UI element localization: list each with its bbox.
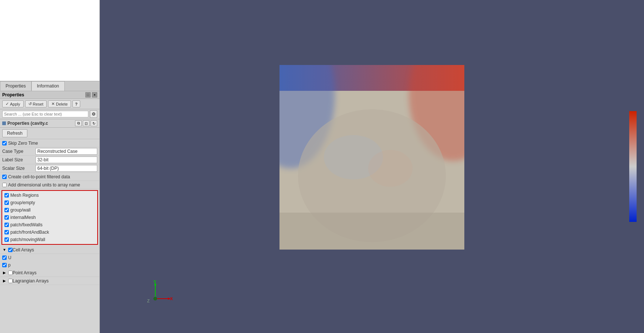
label-size-label: Label Size [2,157,35,162]
add-dimensional-label: Add dimensional units to array name [8,182,80,188]
mesh-regions-label: Mesh Regions [10,193,39,198]
lagrangian-arrays-section-header: ▶ Lagrangian Arrays [0,277,99,285]
skip-zero-time-row: Skip Zero Time [0,139,99,147]
mesh-item-patch-moving-wall: patch/movingWall [2,236,97,243]
axis-indicator: Y X Z [144,280,174,311]
svg-text:Z: Z [147,299,150,303]
mesh-item-group-wall: group/wall [2,206,97,214]
cell-array-p-label: p [8,262,11,268]
scalar-size-label: Scalar Size [2,166,35,171]
paste-icon[interactable]: ⊡ [83,120,89,126]
close-icon[interactable]: × [92,92,97,97]
title-action-icons: ⧉ ⊡ ↻ [75,120,97,126]
point-arrays-toggle[interactable]: ▶ [2,271,7,275]
scalar-size-row: Scalar Size 64-bit (DP) [0,164,99,173]
case-type-value: Reconstructed Case [35,148,97,155]
label-size-row: Label Size 32-bit [0,156,99,164]
mesh-regions-checkbox[interactable] [4,193,9,198]
sidebar: Properties Information Properties □ × ✓ … [0,0,100,333]
cell-to-point-row: Create cell-to-point filtered data [0,173,99,181]
cell-arrays-section-header: ▼ Cell Arrays [0,246,99,254]
color-bar [629,111,637,222]
reset-button[interactable]: ↺ Reset [25,100,47,107]
patch-front-back-label: patch/frontAndBack [10,230,49,235]
cell-arrays-checkbox[interactable] [8,248,13,252]
lagrangian-arrays-label: Lagrangian Arrays [13,278,48,284]
action-buttons-row: ✓ Apply ↺ Reset ✕ Delete ? [0,99,99,109]
internal-mesh-label: internalMesh [10,215,36,220]
properties-title-row: Properties (cavity.c ⧉ ⊡ ↻ [0,119,99,128]
search-row: ⚙ [0,109,99,119]
axis-svg: Y X Z [144,280,174,310]
pipeline-browser [0,0,99,81]
properties-title-label: Properties (cavity.c [7,121,74,126]
group-empty-checkbox[interactable] [4,200,9,205]
refresh-button[interactable]: Refresh [2,129,27,137]
add-dimensional-row: Add dimensional units to array name [0,181,99,189]
cell-array-u: U [0,254,99,261]
main-viewport-area: Y X Z [100,0,644,333]
lagrangian-arrays-checkbox[interactable] [8,279,13,283]
copy-icon[interactable]: ⧉ [75,120,82,126]
patch-front-back-checkbox[interactable] [4,230,9,234]
patch-moving-wall-checkbox[interactable] [4,237,9,242]
properties-content: Refresh Skip Zero Time Case Type Reconst… [0,128,99,333]
3d-viewport[interactable] [122,11,622,303]
case-type-row: Case Type Reconstructed Case [0,147,99,156]
mesh-item-internal-mesh: internalMesh [2,214,97,221]
patch-fixed-walls-label: patch/fixedWalls [10,222,43,227]
point-arrays-section-header: ▶ Point Arrays [0,269,99,277]
patch-moving-wall-label: patch/movingWall [10,237,45,242]
tab-information[interactable]: Information [31,81,65,91]
cell-arrays-toggle[interactable]: ▼ [2,248,7,252]
cell-array-p-checkbox[interactable] [2,263,7,267]
svg-text:Y: Y [153,280,156,284]
search-settings-button[interactable]: ⚙ [90,110,97,118]
patch-fixed-walls-checkbox[interactable] [4,223,9,227]
maximize-icon[interactable]: □ [85,92,91,97]
svg-point-13 [153,297,157,301]
delete-icon: ✕ [51,102,55,106]
cell-to-point-label: Create cell-to-point filtered data [8,174,70,179]
reset-icon: ↺ [28,102,32,106]
cavity-svg [279,65,464,250]
delete-button[interactable]: ✕ Delete [48,100,71,107]
search-input[interactable] [2,111,88,117]
group-empty-label: group/empty [10,200,35,205]
point-arrays-label: Point Arrays [13,270,37,275]
add-dimensional-checkbox[interactable] [2,183,7,187]
tab-bar: Properties Information [0,81,99,91]
case-type-label: Case Type [2,149,35,154]
cell-array-p: p [0,261,99,269]
cavity-render [279,65,464,250]
color-bar-svg [629,111,637,222]
mesh-regions-header-item: Mesh Regions [2,192,97,199]
properties-panel-header: Properties □ × [0,91,99,99]
properties-panel-title: Properties [2,92,24,97]
group-wall-label: group/wall [10,207,31,213]
cell-array-u-label: U [8,255,11,260]
svg-text:X: X [170,296,173,301]
scalar-size-value: 64-bit (DP) [35,165,97,172]
svg-rect-8 [629,111,637,222]
apply-icon: ✓ [6,102,9,106]
internal-mesh-checkbox[interactable] [4,215,9,220]
mesh-item-patch-front-back: patch/frontAndBack [2,229,97,236]
reload-icon[interactable]: ↻ [91,120,97,126]
cell-to-point-checkbox[interactable] [2,175,7,179]
tab-properties[interactable]: Properties [0,81,31,91]
help-button[interactable]: ? [72,100,80,107]
group-wall-checkbox[interactable] [4,208,9,212]
svg-point-7 [368,150,413,187]
point-arrays-checkbox[interactable] [8,271,13,275]
skip-zero-time-checkbox[interactable] [2,141,7,145]
properties-header-icons: □ × [85,92,97,97]
cell-array-u-checkbox[interactable] [2,255,7,260]
label-size-value: 32-bit [35,157,97,163]
properties-title-icon [2,121,6,125]
svg-rect-5 [279,213,464,250]
mesh-item-group-empty: group/empty [2,199,97,206]
apply-button[interactable]: ✓ Apply [2,100,24,107]
lagrangian-arrays-toggle[interactable]: ▶ [2,279,7,283]
cell-arrays-label: Cell Arrays [13,247,34,253]
